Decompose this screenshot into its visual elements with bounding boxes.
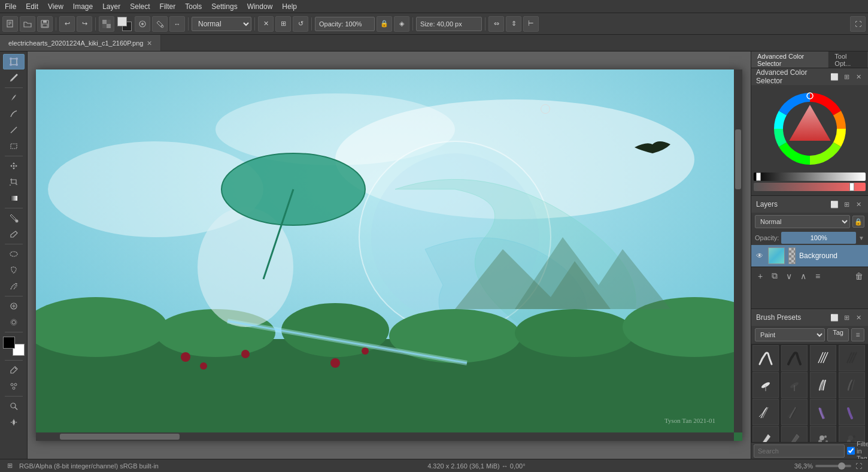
brush-preset-3[interactable] <box>810 345 836 371</box>
brush-presets-close-button[interactable]: ✕ <box>854 313 863 322</box>
filter-tag-label[interactable]: Filter in Tag <box>847 440 868 459</box>
redo-button[interactable]: ↪ <box>77 16 92 32</box>
layers-panel-float-button[interactable]: ⬜ <box>830 199 839 209</box>
brush-search-input[interactable] <box>754 444 845 458</box>
lasso-tool[interactable] <box>3 262 25 278</box>
size-input[interactable] <box>416 17 482 31</box>
menu-tools[interactable]: Tools <box>180 1 207 12</box>
menu-filter[interactable]: Filter <box>155 1 181 12</box>
canvas-image[interactable]: Tyson Tan 2021-01 <box>36 69 742 441</box>
new-button[interactable] <box>2 16 18 32</box>
brush-preset-2[interactable] <box>781 345 808 371</box>
tag-button[interactable]: Tag <box>827 328 849 341</box>
mirror-h-button[interactable]: ⇔ <box>488 16 504 32</box>
gradient-tool[interactable] <box>3 190 25 206</box>
value-slider-thumb[interactable] <box>756 173 761 181</box>
brush-preset-10[interactable] <box>781 399 808 425</box>
fg-bg-color-toggle[interactable] <box>117 17 132 31</box>
move-layer-down-button[interactable]: ∨ <box>782 270 796 283</box>
tab-advanced-color[interactable]: Advanced Color Selector <box>751 52 828 68</box>
brush-presets-config-button[interactable]: ⊞ <box>842 313 851 322</box>
v-scroll-thumb[interactable] <box>735 129 741 189</box>
opacity-down-arrow[interactable]: ▼ <box>858 235 864 241</box>
transform-tool[interactable] <box>3 54 25 69</box>
fullscreen-button[interactable]: ⛶ <box>850 16 866 32</box>
brush-preset-12[interactable] <box>839 399 865 425</box>
value-slider[interactable] <box>754 173 866 181</box>
pattern-button[interactable] <box>99 16 114 32</box>
paint-brush-tool[interactable] <box>3 70 25 86</box>
rect-select-tool[interactable] <box>3 138 25 154</box>
hue-slider[interactable] <box>754 183 866 191</box>
freehand-tool[interactable] <box>3 106 25 122</box>
menu-help[interactable]: Help <box>277 1 302 12</box>
brush-preset-5[interactable] <box>752 372 779 398</box>
brush-category-select[interactable]: Paint <box>755 328 825 341</box>
color-wheel[interactable] <box>771 90 849 168</box>
color-swatches[interactable] <box>3 337 25 356</box>
pan-tool[interactable] <box>3 414 25 430</box>
fill-tool[interactable] <box>3 210 25 226</box>
brush-preset-4[interactable] <box>839 345 865 371</box>
layers-panel-config-button[interactable]: ⊞ <box>842 199 851 209</box>
menu-settings[interactable]: Settings <box>207 1 242 12</box>
canvas-area[interactable]: Tyson Tan 2021-01 <box>28 52 751 459</box>
move-tool[interactable] <box>3 158 25 174</box>
brush-preset-14[interactable] <box>781 426 808 442</box>
add-layer-button[interactable]: + <box>754 270 767 283</box>
eraser-tool[interactable] <box>3 226 25 242</box>
zoom-tool[interactable] <box>3 398 25 414</box>
menu-view[interactable]: View <box>43 1 68 12</box>
brush-presets-menu-button[interactable]: ≡ <box>851 328 864 341</box>
transform-button[interactable]: ↔ <box>169 16 185 32</box>
layer-lock-button[interactable]: 🔒 <box>852 216 864 228</box>
move-layer-up-button[interactable]: ∧ <box>797 270 810 283</box>
h-scroll-thumb[interactable] <box>60 434 180 440</box>
menu-layer[interactable]: Layer <box>98 1 125 12</box>
color-panel-float-button[interactable]: ⬜ <box>830 72 839 81</box>
brush-preset-11[interactable] <box>810 399 836 425</box>
filter-tag-checkbox[interactable] <box>847 447 855 455</box>
menu-window[interactable]: Window <box>242 1 278 12</box>
remove-layer-button[interactable]: 🗑 <box>852 270 866 283</box>
multibrush-tool[interactable] <box>3 379 25 394</box>
reset-button[interactable]: ✕ <box>258 16 274 32</box>
layer-visibility-toggle[interactable]: 👁 <box>755 251 764 261</box>
foreground-color[interactable] <box>3 337 15 349</box>
zoom-full-button[interactable]: ⛶ <box>854 461 863 471</box>
brush-preset-7[interactable] <box>810 372 836 398</box>
mirror-v-button[interactable]: ⇕ <box>506 16 521 32</box>
crop-tool[interactable] <box>3 174 25 190</box>
menu-file[interactable]: File <box>0 1 21 12</box>
vertical-scrollbar[interactable] <box>734 69 742 432</box>
brush-mode-button[interactable] <box>135 16 150 32</box>
brush-preset-1[interactable] <box>752 345 779 371</box>
calligraphy-tool[interactable] <box>3 90 25 105</box>
contiguous-select-tool[interactable] <box>3 279 25 294</box>
opacity-lock-button[interactable]: 🔒 <box>377 16 392 32</box>
line-tool[interactable] <box>3 122 25 138</box>
paint-bucket-button[interactable] <box>152 16 168 32</box>
smart-patch-tool[interactable] <box>3 298 25 314</box>
color-panel-config-button[interactable]: ⊞ <box>842 72 851 81</box>
blur-tool[interactable] <box>3 314 25 330</box>
undo-button[interactable]: ↩ <box>59 16 75 32</box>
brush-presets-float-button[interactable]: ⬜ <box>830 313 839 322</box>
zoom-thumb[interactable] <box>838 462 845 470</box>
blend-mode-select[interactable]: Normal <box>192 17 251 31</box>
layer-blend-mode-select[interactable]: Normal <box>755 215 850 228</box>
opacity-input[interactable] <box>315 17 375 31</box>
menu-edit[interactable]: Edit <box>21 1 43 12</box>
menu-select[interactable]: Select <box>125 1 154 12</box>
brush-preset-8[interactable] <box>839 372 865 398</box>
layer-item-background[interactable]: 👁 Background <box>751 245 868 267</box>
layers-panel-close-button[interactable]: ✕ <box>854 199 863 209</box>
crop-button[interactable]: ⊢ <box>523 16 539 32</box>
menu-image[interactable]: Image <box>68 1 98 12</box>
horizontal-scrollbar[interactable] <box>36 432 734 441</box>
tab-close-button[interactable]: × <box>147 39 151 47</box>
open-button[interactable] <box>20 16 35 32</box>
lock-alpha-button[interactable]: ⊞ <box>275 16 291 32</box>
copy-layer-button[interactable]: ⧉ <box>768 270 781 283</box>
document-tab[interactable]: electrichearts_20201224A_kiki_c1_2160P.p… <box>0 35 161 51</box>
